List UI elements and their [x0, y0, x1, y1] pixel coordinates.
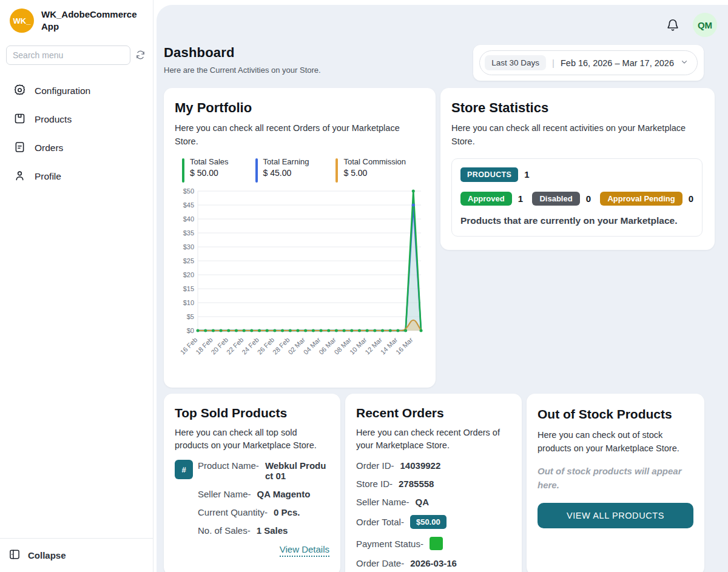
refresh-icon[interactable] — [135, 50, 146, 60]
approval-pending-stat: Approval Pending 0 — [600, 192, 693, 206]
legend-total-earning: Total Earning $ 45.00 — [255, 157, 309, 183]
out-of-stock-subtitle: Here you can check out of stock products… — [538, 429, 693, 456]
out-of-stock-empty-text: Out of stock products will appear here. — [538, 465, 693, 492]
topbar: QM — [164, 5, 728, 36]
order-date-row: Order Date- 2026-03-16 — [356, 558, 511, 568]
chevron-down-icon — [680, 58, 689, 69]
page-subtitle: Here are the Current Activities on your … — [164, 66, 321, 75]
date-range-selector[interactable]: Last 30 Days | Feb 16, 2026 – Mar 17, 20… — [479, 50, 698, 75]
range-separator: | — [552, 58, 554, 68]
page-title: Dashboard — [164, 45, 321, 61]
view-all-products-button[interactable]: VIEW ALL PRODUCTS — [538, 503, 693, 528]
disabled-badge: Disabled — [532, 192, 579, 206]
approved-stat: Approved 1 — [460, 192, 523, 206]
store-stats-footnote: Products that are currently on your Mark… — [460, 215, 693, 226]
sidebar-item-label: Orders — [35, 143, 63, 153]
top-sold-title: Top Sold Products — [175, 406, 329, 420]
legend-total-sales: Total Sales $ 50.00 — [182, 157, 229, 183]
sidebar-item-profile[interactable]: Profile — [8, 163, 147, 191]
svg-text:$5: $5 — [187, 313, 194, 320]
product-name-row: Product Name- Webkul Product 01 — [198, 460, 329, 481]
app-title: WK_AdobeCommerce App — [41, 8, 143, 33]
my-portfolio-card: My Portfolio Here you can check all rece… — [164, 88, 436, 388]
sidebar-item-label: Configuration — [35, 86, 90, 96]
date-range-card: Last 30 Days | Feb 16, 2026 – Mar 17, 20… — [473, 45, 704, 81]
person-icon — [13, 169, 26, 184]
out-of-stock-card: Out of Stock Products Here you can check… — [527, 394, 704, 572]
sidebar-nav: Configuration Products O — [0, 69, 153, 191]
svg-text:$25: $25 — [183, 257, 194, 264]
seller-name-row: Seller Name- QA — [356, 497, 511, 507]
collapse-label: Collapse — [28, 550, 66, 560]
gear-icon — [13, 84, 26, 99]
sidebar-item-label: Profile — [35, 171, 61, 182]
brand: WK_ WK_AdobeCommerce App — [0, 0, 153, 39]
svg-text:16 Mar: 16 Mar — [394, 335, 414, 355]
order-total-row: Order Total- $50.00 — [356, 515, 511, 529]
no-of-sales-row: No. of Sales- 1 Sales — [198, 525, 329, 536]
top-sold-products-card: Top Sold Products Here you can check all… — [164, 394, 340, 572]
svg-text:$15: $15 — [183, 285, 194, 292]
sidebar-item-configuration[interactable]: Configuration — [8, 77, 147, 106]
legend-swatch — [255, 158, 258, 183]
date-range-text: Feb 16, 2026 – Mar 17, 2026 — [561, 58, 674, 68]
payment-status-row: Payment Status- — [356, 537, 511, 550]
collapse-sidebar-button[interactable]: Collapse — [8, 548, 144, 562]
disabled-stat: Disabled 0 — [532, 192, 591, 206]
portfolio-line-chart: $0$5$10$15$20$25$30$35$40$45$5016 Feb18 … — [175, 185, 425, 379]
store-stats-title: Store Statistics — [451, 100, 703, 116]
dashboard-header: Dashboard Here are the Current Activitie… — [164, 36, 728, 81]
legend-swatch — [182, 158, 184, 183]
portfolio-subtitle: Here you can check all recent Orders of … — [175, 122, 425, 149]
top-sold-subtitle: Here you can check all top sold products… — [175, 426, 329, 453]
svg-text:$40: $40 — [183, 215, 194, 223]
svg-text:$10: $10 — [183, 299, 194, 306]
search-input[interactable] — [6, 45, 130, 65]
products-count: 1 — [524, 169, 529, 180]
document-icon — [13, 141, 26, 156]
panel-collapse-icon — [8, 548, 21, 562]
current-quantity-row: Current Quantity- 0 Pcs. — [198, 507, 329, 517]
sidebar-item-orders[interactable]: Orders — [8, 134, 147, 163]
portfolio-title: My Portfolio — [175, 100, 425, 116]
svg-text:$30: $30 — [183, 243, 194, 251]
svg-text:$20: $20 — [183, 271, 194, 278]
payment-status-badge — [430, 537, 443, 550]
out-of-stock-title: Out of Stock Products — [538, 406, 693, 423]
svg-text:$0: $0 — [187, 327, 194, 334]
svg-text:$35: $35 — [183, 229, 194, 237]
user-avatar[interactable]: QM — [693, 13, 717, 37]
legend-swatch — [335, 158, 338, 183]
recent-orders-title: Recent Orders — [356, 406, 511, 420]
range-preset-chip[interactable]: Last 30 Days — [485, 55, 546, 70]
store-stats-box: PRODUCTS 1 Approved 1 Disabled 0 — [451, 158, 703, 237]
store-stats-subtitle: Here you can check all recent activities… — [451, 122, 703, 149]
rank-badge: # — [175, 460, 193, 479]
notification-bell-icon[interactable] — [666, 18, 679, 32]
svg-text:$50: $50 — [183, 187, 194, 195]
sidebar-item-products[interactable]: Products — [8, 106, 147, 134]
store-statistics-card: Store Statistics Here you can check all … — [440, 88, 715, 250]
products-badge: PRODUCTS — [460, 167, 518, 182]
app-logo: WK_ — [10, 8, 34, 33]
legend-total-commission: Total Commission $ 5.00 — [335, 157, 406, 183]
approved-badge: Approved — [460, 192, 512, 206]
order-total-badge: $50.00 — [410, 515, 447, 529]
package-icon — [13, 112, 26, 127]
chart-legend: Total Sales $ 50.00 Total Earning $ 45.0… — [175, 157, 425, 183]
recent-orders-subtitle: Here you can check recent Orders of your… — [356, 426, 511, 453]
app-window: WK_ WK_AdobeCommerce App Confi — [0, 0, 728, 572]
store-id-row: Store ID- 2785558 — [356, 479, 511, 489]
sidebar-item-label: Products — [35, 114, 72, 125]
main-panel: QM Dashboard Here are the Current Activi… — [157, 5, 728, 572]
order-id-row: Order ID- 14039922 — [356, 460, 511, 471]
svg-text:$45: $45 — [183, 201, 194, 209]
view-details-link[interactable]: View Details — [198, 544, 329, 554]
sidebar: WK_ WK_AdobeCommerce App Confi — [0, 0, 153, 572]
recent-orders-card: Recent Orders Here you can check recent … — [345, 394, 522, 572]
approval-pending-badge: Approval Pending — [600, 192, 682, 206]
seller-name-row: Seller Name- QA Magento — [198, 489, 329, 499]
